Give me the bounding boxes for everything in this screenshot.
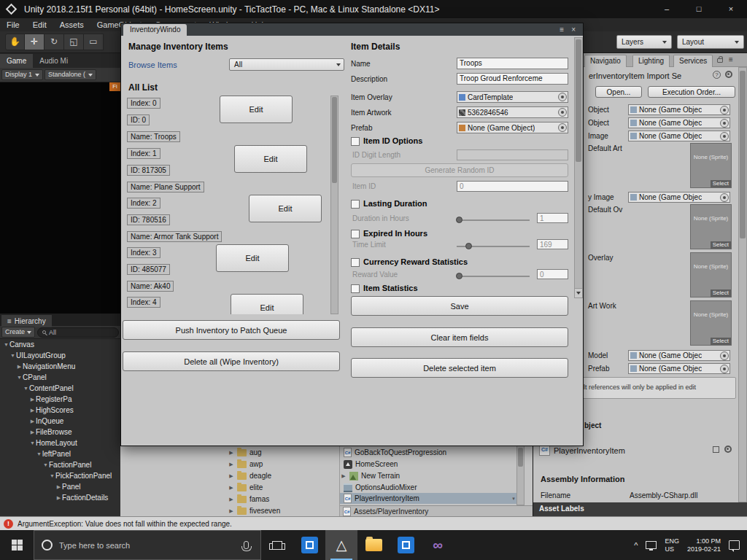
- object-field[interactable]: None (Game Objec: [628, 363, 730, 374]
- clear-item-fields-button[interactable]: Clear item fields: [351, 327, 568, 347]
- rect-tool-icon[interactable]: ▭: [84, 34, 104, 50]
- object-picker-icon[interactable]: [558, 123, 567, 132]
- aspect-dropdown[interactable]: Standalone (: [44, 69, 96, 80]
- object-picker-icon[interactable]: [720, 119, 729, 128]
- wipe-inventory-button[interactable]: Delete all (Wipe Inventory): [123, 351, 340, 371]
- object-picker-icon[interactable]: [558, 108, 567, 117]
- folder-row-awp[interactable]: ▶awp: [228, 459, 338, 470]
- sprite-select-button[interactable]: Select: [711, 241, 731, 249]
- folder-row-deagle[interactable]: ▶deagle: [228, 470, 338, 481]
- tree-item-factiondetails[interactable]: ▶FactionDetails: [0, 492, 120, 503]
- edit-item-button[interactable]: Edit: [249, 195, 322, 222]
- open-editor-icon[interactable]: [713, 446, 719, 453]
- tree-item-pickfactionpanel[interactable]: ▼PickFactionPanel: [0, 470, 120, 481]
- inspector-scrollbar[interactable]: [738, 67, 747, 502]
- expand-arrow-icon[interactable]: ▼: [36, 448, 42, 459]
- duration-value-field[interactable]: 1: [537, 213, 568, 223]
- expand-arrow-icon[interactable]: ▶: [29, 405, 36, 416]
- object-picker-icon[interactable]: [720, 106, 729, 114]
- microphone-icon[interactable]: [244, 541, 249, 549]
- hidden-icons-chevron[interactable]: ^: [634, 541, 638, 550]
- network-monitor-icon[interactable]: [646, 541, 657, 549]
- taskbar-search-input[interactable]: Type here to search: [34, 530, 261, 560]
- list-scrollbar[interactable]: [330, 96, 338, 314]
- subasset-arrow-icon[interactable]: ▾: [511, 496, 516, 502]
- scroll-down-button[interactable]: [575, 288, 582, 298]
- close-button[interactable]: ×: [715, 0, 747, 18]
- sprite-select-button[interactable]: Select: [711, 338, 731, 345]
- expand-arrow-icon[interactable]: ▶: [228, 497, 234, 502]
- project-scrollbar[interactable]: [516, 446, 525, 505]
- scrollbar-thumb[interactable]: [518, 448, 523, 467]
- name-field[interactable]: Troops: [457, 58, 568, 69]
- currency-reward-checkbox[interactable]: [351, 258, 360, 267]
- maximize-button[interactable]: □: [683, 0, 715, 18]
- object-field[interactable]: None (Game Objec: [628, 192, 730, 203]
- expand-arrow-icon[interactable]: ▼: [42, 459, 49, 470]
- edit-item-button[interactable]: Edit: [234, 145, 307, 173]
- expand-arrow-icon[interactable]: ▼: [29, 438, 36, 448]
- rotate-tool-icon[interactable]: ↻: [44, 34, 64, 50]
- scale-tool-icon[interactable]: ◱: [64, 34, 84, 50]
- hierarchy-search-input[interactable]: All: [37, 327, 119, 338]
- slider-thumb[interactable]: [456, 273, 462, 279]
- slider-thumb[interactable]: [456, 217, 462, 223]
- help-icon[interactable]: ?: [713, 71, 721, 79]
- tree-item-uilayoutgroup[interactable]: ▼UILayoutGroup: [0, 350, 120, 361]
- tab-audio-mixer[interactable]: Audio Mi: [33, 54, 74, 68]
- tab-menu-icon[interactable]: ≡: [729, 55, 733, 63]
- push-inventory-button[interactable]: Push Inventory to Patch Queue: [123, 320, 340, 340]
- tree-item-inqueue[interactable]: ▶InQueue: [0, 416, 120, 427]
- item-overlay-field[interactable]: CardTemplate: [457, 91, 568, 103]
- expand-arrow-icon[interactable]: ▼: [3, 339, 9, 350]
- folder-row-famas[interactable]: ▶famas: [228, 494, 338, 505]
- menu-edit[interactable]: Edit: [26, 18, 53, 31]
- sprite-slot[interactable]: None (Sprite) Select: [690, 204, 732, 249]
- item-artwork-field[interactable]: 5362846546: [457, 106, 568, 118]
- action-center-icon[interactable]: [729, 540, 740, 550]
- object-field[interactable]: None (Game Objec: [628, 117, 730, 128]
- tab-game[interactable]: Game: [0, 54, 33, 68]
- item-id-options-checkbox[interactable]: [351, 137, 360, 146]
- reward-value-slider[interactable]: [457, 276, 530, 277]
- expand-arrow-icon[interactable]: ▶: [55, 492, 62, 503]
- create-button[interactable]: Create: [1, 327, 35, 338]
- tree-item-leftpanel[interactable]: ▼leftPanel: [0, 448, 120, 459]
- language-indicator[interactable]: ENG US: [665, 537, 679, 553]
- tree-item-homelayout[interactable]: ▼HomeLayout: [0, 438, 120, 448]
- inventory-window-titlebar[interactable]: InventoryWindo ≡ ×: [121, 23, 583, 36]
- object-picker-icon[interactable]: [720, 132, 729, 141]
- open-script-button[interactable]: Open...: [595, 86, 642, 98]
- save-button[interactable]: Save: [351, 296, 568, 316]
- tab-services[interactable]: Services: [673, 55, 713, 67]
- asset-row[interactable]: HomeScreen: [344, 459, 515, 470]
- asset-row[interactable]: ▶New Terrain: [341, 470, 515, 481]
- display-dropdown[interactable]: Display 1: [1, 69, 43, 80]
- tab-navigation[interactable]: Navigatio: [584, 55, 627, 67]
- expand-arrow-icon[interactable]: ▼: [16, 372, 23, 383]
- asset-row[interactable]: OptionsAudioMixer: [344, 482, 515, 493]
- filter-dropdown[interactable]: All: [229, 58, 344, 71]
- tab-lighting[interactable]: Lighting: [632, 55, 670, 67]
- tree-item-registerpa[interactable]: ▶RegisterPa: [0, 394, 120, 405]
- tree-item-navigationmenu[interactable]: ▶NavigationMenu: [0, 361, 120, 372]
- asset-row-selected[interactable]: C#PlayerInventoryItem▾: [340, 493, 516, 504]
- sprite-slot[interactable]: None (Sprite) Select: [690, 143, 732, 188]
- expand-arrow-icon[interactable]: ▼: [49, 470, 55, 481]
- time-limit-slider[interactable]: [457, 246, 530, 247]
- expand-arrow-icon[interactable]: ▶: [228, 450, 234, 456]
- object-field[interactable]: None (Game Objec: [628, 350, 730, 361]
- taskbar-app-explorer[interactable]: [357, 530, 390, 560]
- minimize-button[interactable]: –: [651, 0, 683, 18]
- expired-in-hours-checkbox[interactable]: [351, 230, 360, 238]
- edit-item-button[interactable]: Edit: [220, 96, 293, 123]
- folder-row-aug[interactable]: ▶aug: [228, 447, 338, 458]
- tree-item-cpanel[interactable]: ▼CPanel: [0, 372, 120, 383]
- expand-arrow-icon[interactable]: ▶: [228, 485, 234, 491]
- tree-item-highscores[interactable]: ▶HighScores: [0, 405, 120, 416]
- taskbar-app-unity[interactable]: △: [325, 530, 357, 560]
- expand-arrow-icon[interactable]: ▶: [228, 462, 234, 467]
- error-message[interactable]: ArgumentException: Value does not fall w…: [18, 520, 232, 528]
- expand-arrow-icon[interactable]: ▶: [29, 394, 36, 405]
- time-limit-value-field[interactable]: 169: [537, 239, 568, 249]
